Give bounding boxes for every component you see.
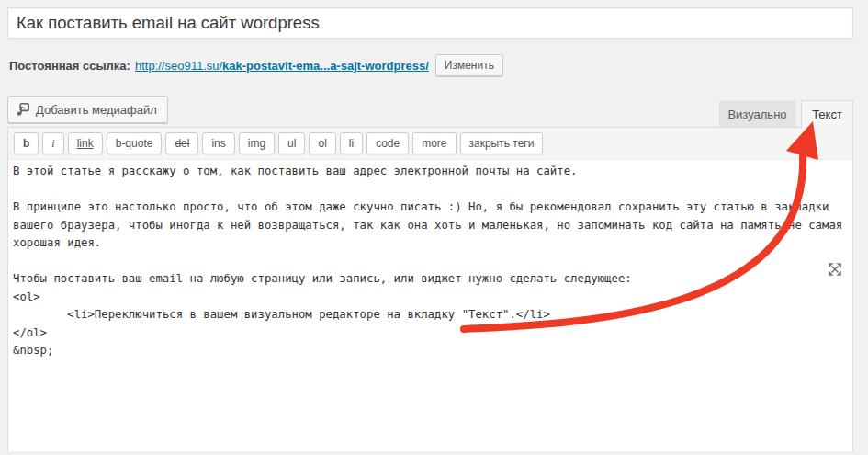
quicktag-button[interactable]: b-quote: [107, 132, 163, 154]
quicktag-button[interactable]: ins: [202, 132, 234, 154]
quicktag-button[interactable]: link: [68, 132, 103, 154]
quicktag-button[interactable]: code: [366, 132, 409, 154]
tab-visual[interactable]: Визуально: [719, 101, 795, 127]
media-icon: [16, 102, 30, 117]
quicktag-button[interactable]: del: [165, 132, 198, 154]
fullscreen-toggle-button[interactable]: [825, 261, 844, 280]
permalink-link[interactable]: http://seo911.su/kak-postavit-ema...a-sa…: [135, 59, 429, 73]
quicktag-button[interactable]: img: [239, 132, 275, 154]
quicktag-button[interactable]: more: [412, 132, 456, 154]
post-editor-page: Постоянная ссылка: http://seo911.su/kak-…: [0, 0, 868, 455]
permalink-url-base: http://seo911.su/: [135, 59, 222, 73]
quicktag-button[interactable]: ol: [309, 132, 335, 154]
post-content-textarea[interactable]: [8, 160, 852, 451]
quicktag-button[interactable]: i: [42, 132, 63, 154]
post-title-input[interactable]: [7, 7, 853, 39]
quicktags-toolbar: bilinkb-quotedelinsimgulollicodemoreзакр…: [8, 128, 852, 160]
tab-text[interactable]: Текст: [801, 100, 853, 128]
permalink-row: Постоянная ссылка: http://seo911.su/kak-…: [9, 53, 503, 77]
quicktag-button[interactable]: закрыть теги: [460, 132, 544, 154]
permalink-url-slug: kak-postavit-ema...a-sajt-wordpress/: [222, 59, 429, 73]
permalink-label: Постоянная ссылка:: [9, 59, 130, 73]
editor-container: bilinkb-quotedelinsimgulollicodemoreзакр…: [7, 127, 853, 451]
fullscreen-expand-icon: [826, 260, 844, 282]
add-media-label: Добавить медиафайл: [36, 103, 157, 117]
quicktag-button[interactable]: b: [14, 132, 39, 154]
quicktag-button[interactable]: li: [340, 132, 363, 154]
permalink-edit-button[interactable]: Изменить: [435, 54, 503, 76]
add-media-button[interactable]: Добавить медиафайл: [7, 96, 168, 123]
quicktag-button[interactable]: ul: [278, 132, 305, 154]
